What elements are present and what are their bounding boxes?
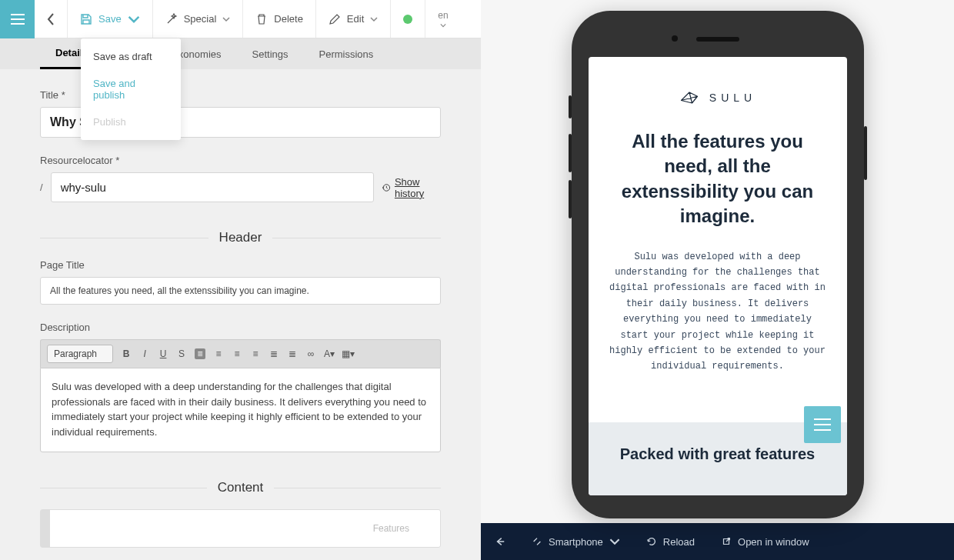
device-selector[interactable]: Smartphone (532, 536, 620, 548)
tab-settings[interactable]: Settings (237, 38, 304, 69)
hamburger-icon (814, 424, 831, 425)
save-as-draft-option[interactable]: Save as draft (81, 43, 181, 70)
preview-back-button[interactable] (495, 536, 505, 547)
save-button[interactable]: Save (68, 0, 152, 38)
show-history-label: Show history (395, 176, 441, 199)
history-icon (382, 182, 390, 193)
chevron-down-icon (609, 536, 620, 547)
brand-name: SULU (709, 92, 756, 104)
language-selector[interactable]: en (425, 10, 460, 28)
save-label: Save (98, 13, 122, 25)
special-label: Special (184, 13, 217, 25)
table-icon[interactable]: ▦▾ (342, 348, 353, 359)
tabs: Details axonomies Settings Permissions (0, 38, 481, 69)
content-block-type: Features (373, 523, 409, 534)
preview-hero-title: All the features you need, all the exten… (609, 129, 827, 229)
trash-icon (255, 13, 268, 25)
main-menu-button[interactable] (0, 0, 35, 38)
publish-status[interactable] (391, 0, 425, 38)
external-link-icon (721, 536, 732, 547)
align-justify-icon[interactable]: ≡ (250, 348, 261, 359)
chevron-down-icon (128, 13, 140, 25)
status-dot-icon (403, 15, 412, 24)
delete-button[interactable]: Delete (243, 0, 315, 38)
toolbar: Save Special Delete Edit (35, 0, 481, 38)
save-icon (80, 13, 92, 25)
resourcelocator-input[interactable] (51, 172, 374, 202)
chevron-down-icon (370, 15, 378, 23)
resourcelocator-prefix: / (40, 182, 43, 193)
preview-menu-button[interactable] (804, 406, 841, 443)
reload-label: Reload (663, 536, 695, 548)
chevron-down-icon (222, 15, 230, 23)
description-label: Description (40, 322, 441, 333)
edit-button[interactable]: Edit (316, 0, 390, 38)
expand-icon (532, 536, 542, 547)
align-left-icon[interactable]: ≡ (195, 348, 205, 359)
list-ul-icon[interactable]: ≣ (269, 348, 279, 359)
chevron-left-icon (47, 13, 55, 25)
description-editor[interactable]: Sulu was developed with a deep understan… (40, 368, 441, 452)
special-button[interactable]: Special (153, 0, 243, 38)
preview-screen: SULU All the features you need, all the … (589, 57, 847, 495)
resourcelocator-label: Resourcelocator * (40, 155, 441, 166)
open-in-window-button[interactable]: Open in window (721, 536, 809, 548)
save-and-publish-option[interactable]: Save and publish (81, 70, 181, 108)
drag-handle-icon[interactable] (41, 510, 50, 547)
link-icon[interactable]: ∞ (305, 348, 316, 359)
page-title-input[interactable] (40, 277, 441, 305)
bold-icon[interactable]: B (121, 348, 132, 359)
preview-toolbar: Smartphone Reload Open in window (481, 523, 954, 560)
pencil-icon (329, 13, 341, 25)
magic-wand-icon (165, 13, 178, 25)
phone-frame: SULU All the features you need, all the … (572, 11, 864, 518)
align-center-icon[interactable]: ≡ (213, 348, 224, 359)
underline-icon[interactable]: U (158, 348, 168, 359)
form-area: Title * Resourcelocator * / Show history… (0, 69, 481, 560)
content-block[interactable]: Features (40, 509, 441, 548)
brand-logo: SULU (609, 89, 827, 106)
sulu-logo-icon (679, 89, 700, 106)
device-label: Smartphone (549, 536, 603, 548)
tab-permissions[interactable]: Permissions (304, 38, 389, 69)
paragraph-select[interactable]: Paragraph (47, 345, 113, 363)
edit-label: Edit (347, 13, 364, 25)
arrow-left-icon (495, 536, 505, 547)
list-ol-icon[interactable]: ≣ (287, 348, 298, 359)
publish-option: Publish (81, 108, 181, 135)
italic-icon[interactable]: I (139, 348, 150, 359)
preview-panel: SULU All the features you need, all the … (481, 0, 954, 560)
editor-panel: Save Special Delete Edit (0, 0, 481, 560)
back-button[interactable] (35, 0, 67, 38)
reload-icon (646, 536, 657, 547)
page-title-label: Page Title (40, 259, 441, 271)
reload-button[interactable]: Reload (646, 536, 695, 548)
delete-label: Delete (274, 13, 303, 25)
save-dropdown: Save as draft Save and publish Publish (81, 38, 181, 140)
language-label: en (438, 10, 448, 21)
header-section-divider: Header (40, 230, 441, 245)
align-right-icon[interactable]: ≡ (232, 348, 242, 359)
chevron-down-icon (440, 22, 446, 28)
content-section-divider: Content (40, 480, 441, 495)
show-history-link[interactable]: Show history (382, 176, 441, 199)
open-label: Open in window (738, 536, 809, 548)
strike-icon[interactable]: S (176, 348, 187, 359)
wysiwyg-toolbar: Paragraph B I U S ≡ ≡ ≡ ≡ ≣ ≣ ∞ A▾ ▦▾ (40, 339, 441, 368)
hamburger-icon (11, 14, 25, 25)
preview-hero-description: Sulu was developed with a deep understan… (609, 249, 827, 375)
text-color-icon[interactable]: A▾ (324, 348, 335, 359)
preview-section-title: Packed with great features (605, 444, 830, 465)
